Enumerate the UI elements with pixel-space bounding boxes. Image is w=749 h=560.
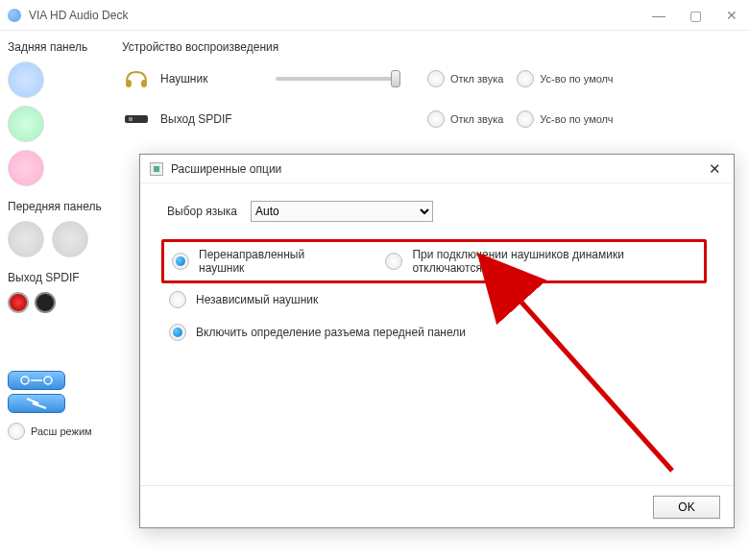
volume-slider-headphones[interactable] xyxy=(276,77,400,81)
radio-icon xyxy=(427,70,445,87)
svg-point-0 xyxy=(21,377,29,384)
lang-select[interactable]: Auto xyxy=(251,201,433,222)
option-label: Перенаправленный наушник xyxy=(199,248,352,275)
radio-icon xyxy=(427,110,445,128)
device-label: Наушник xyxy=(160,72,266,85)
svg-point-2 xyxy=(126,80,132,87)
front-panel-heading: Передняя панель xyxy=(8,200,103,213)
option-label: Независимый наушник xyxy=(196,293,318,306)
rear-jack-green[interactable] xyxy=(8,106,44,142)
default-option-spdif[interactable]: Ус-во по умолч xyxy=(517,110,613,128)
option-redirected-headphone[interactable]: Перенаправленный наушник xyxy=(172,248,352,275)
radio-icon xyxy=(169,291,186,308)
spdif-jack-black[interactable] xyxy=(35,292,56,313)
device-row-headphones: Наушник Откл звука Ус-во по умолч xyxy=(122,63,737,94)
spdif-jack-red[interactable] xyxy=(8,292,29,313)
rear-panel-heading: Задняя панель xyxy=(8,40,103,54)
dialog-title: Расширенные опции xyxy=(171,162,281,176)
advanced-options-dialog: Расширенные опции ✕ Выбор языка Auto Пер… xyxy=(139,154,735,528)
option-front-jack-detect[interactable]: Включить определение разъема передней па… xyxy=(169,324,707,341)
option-disable-speakers[interactable]: При подключении наушников динамики отклю… xyxy=(385,248,696,275)
minimize-button[interactable]: — xyxy=(649,8,668,23)
radio-icon xyxy=(385,253,402,270)
option-label: Включить определение разъема передней па… xyxy=(196,326,466,339)
device-label: Выход SPDIF xyxy=(160,112,266,126)
mute-option-headphones[interactable]: Откл звука xyxy=(427,70,503,87)
titlebar: VIA HD Audio Deck — ▢ ✕ xyxy=(0,0,749,31)
default-label: Ус-во по умолч xyxy=(540,113,613,125)
lang-label: Выбор языка xyxy=(167,205,237,218)
spdif-heading: Выход SPDIF xyxy=(8,271,103,284)
front-jack-1[interactable] xyxy=(8,221,44,257)
highlight-annotation: Перенаправленный наушник При подключении… xyxy=(161,239,707,283)
radio-icon xyxy=(169,324,186,341)
rear-jack-blue[interactable] xyxy=(8,61,44,98)
svg-point-1 xyxy=(44,377,52,384)
ok-button[interactable]: OK xyxy=(653,496,720,519)
device-row-spdif: Выход SPDIF Откл звука Ус-во по умолч xyxy=(122,104,737,134)
maximize-button[interactable]: ▢ xyxy=(686,8,705,23)
window-controls: — ▢ ✕ xyxy=(649,8,741,23)
app-icon xyxy=(8,9,21,22)
mute-label: Откл звука xyxy=(450,73,503,85)
rear-jack-pink[interactable] xyxy=(8,150,44,186)
default-label: Ус-во по умолч xyxy=(540,73,613,85)
lightning-icon xyxy=(17,397,56,410)
spdif-device-icon xyxy=(122,109,151,130)
extended-mode-toggle[interactable]: Расш режим xyxy=(8,423,103,440)
tool-button-2[interactable] xyxy=(8,394,65,413)
option-independent-headphone[interactable]: Независимый наушник xyxy=(169,291,707,308)
radio-icon xyxy=(8,423,25,440)
front-jack-2[interactable] xyxy=(52,221,88,257)
svg-rect-5 xyxy=(129,117,133,121)
svg-rect-4 xyxy=(125,115,148,123)
headphone-split-icon xyxy=(17,374,56,387)
radio-icon xyxy=(172,253,189,270)
default-option-headphones[interactable]: Ус-во по умолч xyxy=(517,70,613,87)
devices-heading: Устройство воспроизведения xyxy=(122,40,737,54)
svg-point-3 xyxy=(141,80,147,87)
sidebar: Задняя панель Передняя панель Выход SPDI… xyxy=(0,31,110,560)
option-label: При подключении наушников динамики отклю… xyxy=(412,248,696,275)
dialog-icon xyxy=(150,162,163,176)
close-button[interactable]: ✕ xyxy=(722,8,741,23)
mute-option-spdif[interactable]: Откл звука xyxy=(427,110,503,128)
window-title: VIA HD Audio Deck xyxy=(29,9,128,22)
slider-thumb[interactable] xyxy=(391,70,400,87)
radio-icon xyxy=(517,110,534,128)
tool-button-1[interactable] xyxy=(8,371,65,390)
dialog-titlebar: Расширенные опции ✕ xyxy=(140,155,734,183)
mute-label: Откл звука xyxy=(450,113,503,125)
extended-mode-label: Расш режим xyxy=(31,426,92,437)
radio-icon xyxy=(517,70,534,87)
headphones-icon xyxy=(122,68,151,89)
dialog-close-button[interactable]: ✕ xyxy=(705,160,724,178)
